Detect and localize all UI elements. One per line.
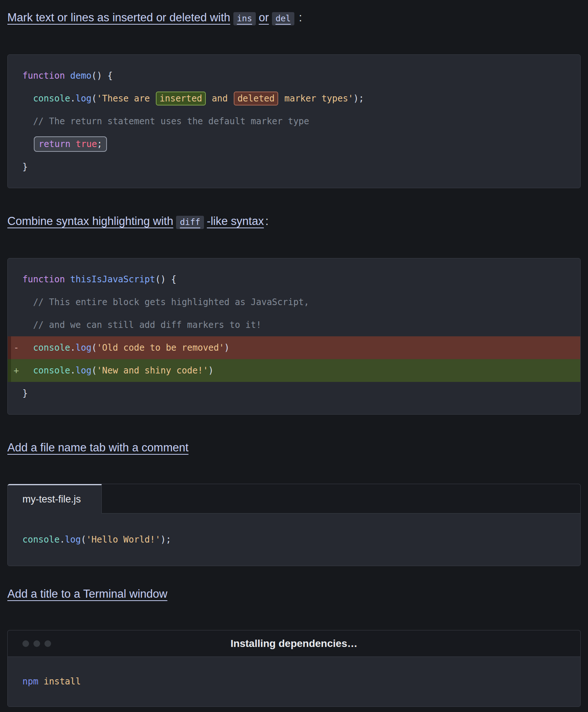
- token-keyword: function: [22, 274, 70, 285]
- window-dot-icon: [44, 640, 51, 647]
- heading-link-text: Add a file name tab with a comment: [7, 441, 189, 454]
- token-string: marker types': [279, 93, 353, 104]
- token-punct: ): [224, 343, 229, 353]
- heading-terminal: Add a title to a Terminal window: [7, 587, 581, 601]
- token-function: log: [76, 93, 92, 104]
- heading-link-text: or: [259, 11, 269, 24]
- heading-ins-del: Mark text or lines as inserted or delete…: [7, 10, 581, 26]
- token-string: inserted: [159, 93, 202, 104]
- heading-link-text: Mark text or lines as inserted or delete…: [7, 11, 230, 24]
- token-punct: () {: [155, 274, 176, 285]
- token-object: console: [33, 343, 70, 353]
- token-punct: (: [81, 534, 86, 545]
- token-punct: .: [60, 534, 65, 545]
- token-punct: ): [208, 365, 214, 376]
- heading-link-text: Combine syntax highlighting with: [7, 215, 173, 228]
- token-comment: // This entire block gets highlighted as…: [22, 297, 309, 307]
- ins-marker: inserted: [156, 92, 206, 105]
- token-function: demo: [70, 71, 92, 81]
- del-marker: deleted: [234, 92, 278, 105]
- code-block-file-tab: my-test-file.js console.log('Hello World…: [7, 484, 581, 566]
- token-punct: ;: [97, 139, 102, 149]
- inline-code-chip: ins: [233, 12, 256, 25]
- token-string: and: [207, 93, 233, 104]
- code-line: // The return statement uses the default…: [22, 110, 566, 133]
- heading-terminal-link[interactable]: Add a title to a Terminal window: [7, 587, 167, 600]
- diff-line-ins: + console.log('New and shiny code!'): [8, 359, 580, 382]
- token-punct: [22, 93, 33, 104]
- token-object: console: [33, 365, 70, 376]
- code-line: function demo() {: [22, 64, 566, 87]
- code-block-ins-del: function demo() { console.log('These are…: [7, 54, 581, 188]
- token-string: 'These are: [97, 93, 155, 104]
- token-string: 'Hello World!': [86, 534, 160, 545]
- inline-code-chip: diff: [176, 216, 204, 229]
- token-string: install: [44, 676, 81, 687]
- code-line: console.log('Hello World!');: [22, 528, 566, 551]
- token-string: 'Old code to be removed': [97, 343, 224, 353]
- code-content: function demo() { console.log('These are…: [8, 55, 580, 188]
- token-command: npm: [22, 676, 44, 687]
- token-punct: .: [70, 93, 75, 104]
- code-content: npm install: [8, 657, 580, 706]
- terminal-header: Installing dependencies…: [8, 630, 580, 657]
- heading-diff: Combine syntax highlighting withdiff-lik…: [7, 214, 581, 229]
- code-line: function thisIsJavaScript() {: [22, 268, 566, 291]
- token-function: thisIsJavaScript: [70, 274, 155, 285]
- heading-file-tab-link[interactable]: Add a file name tab with a comment: [7, 441, 189, 454]
- token-punct: .: [70, 343, 75, 353]
- heading-suffix: :: [299, 11, 302, 24]
- diff-sign: -: [14, 336, 19, 359]
- token-function: log: [76, 343, 92, 353]
- terminal-window: Installing dependencies… npm install: [7, 630, 581, 707]
- code-line: }: [22, 155, 566, 178]
- token-punct: () {: [92, 71, 113, 81]
- token-punct: (: [92, 365, 97, 376]
- heading-link-text: Add a title to a Terminal window: [7, 587, 167, 600]
- token-punct: }: [22, 388, 28, 398]
- token-object: console: [33, 93, 70, 104]
- token-string: deleted: [237, 93, 275, 104]
- token-function: log: [65, 534, 81, 545]
- token-keyword: return: [39, 139, 76, 149]
- code-line: npm install: [22, 670, 566, 693]
- heading-link-text: -like syntax: [207, 215, 264, 228]
- code-line: console.log('These are inserted and dele…: [22, 87, 566, 110]
- terminal-window-dots-icon: [22, 640, 51, 647]
- token-comment: // and we can still add diff markers to …: [22, 320, 261, 330]
- file-tab[interactable]: my-test-file.js: [8, 484, 102, 514]
- code-line: return true;: [22, 133, 566, 155]
- token-punct: .: [70, 365, 75, 376]
- heading-ins-del-link[interactable]: Mark text or lines as inserted or delete…: [7, 11, 297, 24]
- code-line: }: [22, 382, 566, 405]
- token-punct: [22, 365, 33, 376]
- token-boolean: true: [76, 139, 97, 149]
- heading-file-tab: Add a file name tab with a comment: [7, 440, 581, 455]
- code-block-diff: function thisIsJavaScript() { // This en…: [7, 258, 581, 415]
- token-punct: (: [92, 343, 97, 353]
- diff-sign: +: [14, 359, 19, 382]
- terminal-title: Installing dependencies…: [230, 638, 357, 650]
- token-comment: // The return statement uses the default…: [22, 116, 309, 126]
- file-tab-bar: my-test-file.js: [8, 484, 580, 514]
- code-line: // This entire block gets highlighted as…: [22, 291, 566, 314]
- token-string: 'New and shiny code!': [97, 365, 208, 376]
- token-punct: );: [354, 93, 364, 104]
- token-punct: }: [22, 162, 28, 172]
- token-punct: [22, 139, 33, 149]
- inline-code-chip: del: [272, 12, 295, 25]
- file-tab-label: my-test-file.js: [22, 494, 81, 505]
- window-dot-icon: [22, 640, 29, 647]
- heading-diff-link[interactable]: Combine syntax highlighting withdiff-lik…: [7, 215, 264, 228]
- token-function: log: [76, 365, 92, 376]
- token-object: console: [22, 534, 60, 545]
- diff-line-del: - console.log('Old code to be removed'): [8, 336, 580, 359]
- code-line: // and we can still add diff markers to …: [22, 314, 566, 336]
- code-content: function thisIsJavaScript() { // This en…: [8, 258, 580, 414]
- token-punct: );: [161, 534, 171, 545]
- token-keyword: function: [22, 71, 70, 81]
- token-punct: (: [92, 93, 97, 104]
- code-content: console.log('Hello World!');: [8, 514, 580, 566]
- default-marker: return true;: [34, 136, 107, 152]
- heading-suffix: :: [265, 215, 269, 228]
